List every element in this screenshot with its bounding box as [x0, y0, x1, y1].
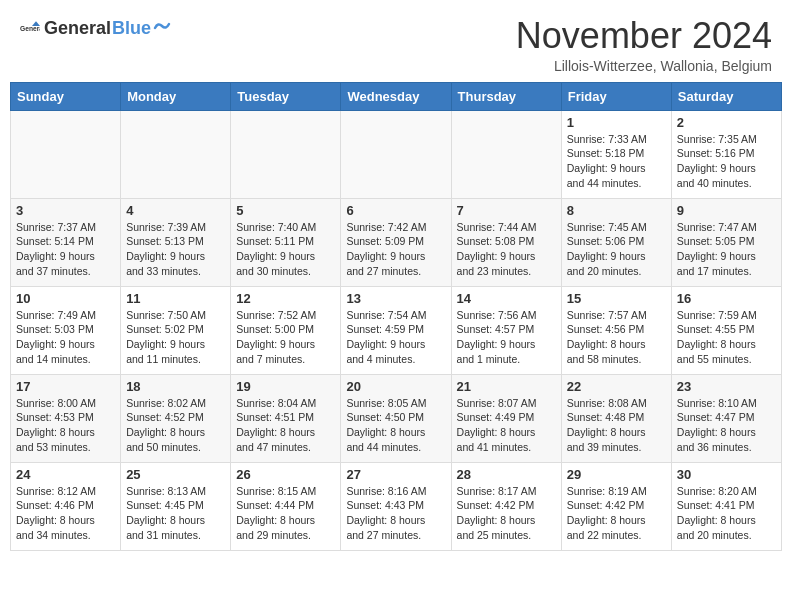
- calendar-cell: 22Sunrise: 8:08 AM Sunset: 4:48 PM Dayli…: [561, 374, 671, 462]
- day-number: 23: [677, 379, 776, 394]
- cell-info: Sunrise: 7:39 AM Sunset: 5:13 PM Dayligh…: [126, 220, 225, 279]
- cell-info: Sunrise: 7:57 AM Sunset: 4:56 PM Dayligh…: [567, 308, 666, 367]
- cell-info: Sunrise: 7:40 AM Sunset: 5:11 PM Dayligh…: [236, 220, 335, 279]
- month-title: November 2024: [516, 16, 772, 56]
- day-number: 18: [126, 379, 225, 394]
- calendar-table: SundayMondayTuesdayWednesdayThursdayFrid…: [10, 82, 782, 551]
- day-number: 20: [346, 379, 445, 394]
- day-number: 13: [346, 291, 445, 306]
- calendar-cell: 2Sunrise: 7:35 AM Sunset: 5:16 PM Daylig…: [671, 110, 781, 198]
- cell-info: Sunrise: 7:44 AM Sunset: 5:08 PM Dayligh…: [457, 220, 556, 279]
- calendar-cell: 29Sunrise: 8:19 AM Sunset: 4:42 PM Dayli…: [561, 462, 671, 550]
- calendar-cell: 27Sunrise: 8:16 AM Sunset: 4:43 PM Dayli…: [341, 462, 451, 550]
- page-header: General General Blue November 2024 Lillo…: [0, 0, 792, 82]
- day-number: 27: [346, 467, 445, 482]
- cell-info: Sunrise: 7:52 AM Sunset: 5:00 PM Dayligh…: [236, 308, 335, 367]
- day-number: 22: [567, 379, 666, 394]
- calendar-cell: 1Sunrise: 7:33 AM Sunset: 5:18 PM Daylig…: [561, 110, 671, 198]
- calendar-cell: 13Sunrise: 7:54 AM Sunset: 4:59 PM Dayli…: [341, 286, 451, 374]
- day-number: 3: [16, 203, 115, 218]
- svg-text:General: General: [20, 25, 40, 32]
- cell-info: Sunrise: 8:16 AM Sunset: 4:43 PM Dayligh…: [346, 484, 445, 543]
- day-number: 17: [16, 379, 115, 394]
- day-header-wednesday: Wednesday: [341, 82, 451, 110]
- cell-info: Sunrise: 7:56 AM Sunset: 4:57 PM Dayligh…: [457, 308, 556, 367]
- day-number: 6: [346, 203, 445, 218]
- cell-info: Sunrise: 7:59 AM Sunset: 4:55 PM Dayligh…: [677, 308, 776, 367]
- logo-text-general: General: [44, 18, 111, 39]
- calendar-header-row: SundayMondayTuesdayWednesdayThursdayFrid…: [11, 82, 782, 110]
- cell-info: Sunrise: 7:50 AM Sunset: 5:02 PM Dayligh…: [126, 308, 225, 367]
- calendar-week-row: 1Sunrise: 7:33 AM Sunset: 5:18 PM Daylig…: [11, 110, 782, 198]
- calendar-wrapper: SundayMondayTuesdayWednesdayThursdayFrid…: [0, 82, 792, 561]
- cell-info: Sunrise: 8:02 AM Sunset: 4:52 PM Dayligh…: [126, 396, 225, 455]
- cell-info: Sunrise: 8:13 AM Sunset: 4:45 PM Dayligh…: [126, 484, 225, 543]
- calendar-cell: 14Sunrise: 7:56 AM Sunset: 4:57 PM Dayli…: [451, 286, 561, 374]
- cell-info: Sunrise: 8:05 AM Sunset: 4:50 PM Dayligh…: [346, 396, 445, 455]
- cell-info: Sunrise: 8:19 AM Sunset: 4:42 PM Dayligh…: [567, 484, 666, 543]
- calendar-cell: 30Sunrise: 8:20 AM Sunset: 4:41 PM Dayli…: [671, 462, 781, 550]
- day-number: 29: [567, 467, 666, 482]
- day-number: 30: [677, 467, 776, 482]
- day-number: 19: [236, 379, 335, 394]
- cell-info: Sunrise: 7:45 AM Sunset: 5:06 PM Dayligh…: [567, 220, 666, 279]
- cell-info: Sunrise: 8:10 AM Sunset: 4:47 PM Dayligh…: [677, 396, 776, 455]
- location-subtitle: Lillois-Witterzee, Wallonia, Belgium: [516, 58, 772, 74]
- day-number: 10: [16, 291, 115, 306]
- calendar-cell: 17Sunrise: 8:00 AM Sunset: 4:53 PM Dayli…: [11, 374, 121, 462]
- calendar-week-row: 17Sunrise: 8:00 AM Sunset: 4:53 PM Dayli…: [11, 374, 782, 462]
- cell-info: Sunrise: 7:35 AM Sunset: 5:16 PM Dayligh…: [677, 132, 776, 191]
- day-number: 11: [126, 291, 225, 306]
- logo: General General Blue: [20, 16, 171, 39]
- calendar-cell: 19Sunrise: 8:04 AM Sunset: 4:51 PM Dayli…: [231, 374, 341, 462]
- logo-wave-icon: [153, 16, 171, 34]
- day-header-saturday: Saturday: [671, 82, 781, 110]
- cell-info: Sunrise: 8:12 AM Sunset: 4:46 PM Dayligh…: [16, 484, 115, 543]
- calendar-cell: [451, 110, 561, 198]
- day-number: 7: [457, 203, 556, 218]
- calendar-cell: 24Sunrise: 8:12 AM Sunset: 4:46 PM Dayli…: [11, 462, 121, 550]
- day-number: 26: [236, 467, 335, 482]
- calendar-cell: 23Sunrise: 8:10 AM Sunset: 4:47 PM Dayli…: [671, 374, 781, 462]
- calendar-cell: 6Sunrise: 7:42 AM Sunset: 5:09 PM Daylig…: [341, 198, 451, 286]
- cell-info: Sunrise: 7:49 AM Sunset: 5:03 PM Dayligh…: [16, 308, 115, 367]
- cell-info: Sunrise: 8:17 AM Sunset: 4:42 PM Dayligh…: [457, 484, 556, 543]
- calendar-cell: [231, 110, 341, 198]
- logo-text-blue: Blue: [112, 18, 151, 39]
- day-number: 28: [457, 467, 556, 482]
- calendar-cell: 28Sunrise: 8:17 AM Sunset: 4:42 PM Dayli…: [451, 462, 561, 550]
- day-number: 9: [677, 203, 776, 218]
- cell-info: Sunrise: 7:42 AM Sunset: 5:09 PM Dayligh…: [346, 220, 445, 279]
- calendar-cell: 15Sunrise: 7:57 AM Sunset: 4:56 PM Dayli…: [561, 286, 671, 374]
- calendar-cell: 16Sunrise: 7:59 AM Sunset: 4:55 PM Dayli…: [671, 286, 781, 374]
- cell-info: Sunrise: 8:15 AM Sunset: 4:44 PM Dayligh…: [236, 484, 335, 543]
- cell-info: Sunrise: 8:08 AM Sunset: 4:48 PM Dayligh…: [567, 396, 666, 455]
- day-header-sunday: Sunday: [11, 82, 121, 110]
- day-number: 5: [236, 203, 335, 218]
- day-number: 15: [567, 291, 666, 306]
- day-header-thursday: Thursday: [451, 82, 561, 110]
- calendar-cell: 8Sunrise: 7:45 AM Sunset: 5:06 PM Daylig…: [561, 198, 671, 286]
- day-number: 2: [677, 115, 776, 130]
- day-number: 25: [126, 467, 225, 482]
- calendar-cell: 18Sunrise: 8:02 AM Sunset: 4:52 PM Dayli…: [121, 374, 231, 462]
- day-header-tuesday: Tuesday: [231, 82, 341, 110]
- cell-info: Sunrise: 7:37 AM Sunset: 5:14 PM Dayligh…: [16, 220, 115, 279]
- day-number: 16: [677, 291, 776, 306]
- calendar-week-row: 3Sunrise: 7:37 AM Sunset: 5:14 PM Daylig…: [11, 198, 782, 286]
- day-header-monday: Monday: [121, 82, 231, 110]
- cell-info: Sunrise: 7:54 AM Sunset: 4:59 PM Dayligh…: [346, 308, 445, 367]
- calendar-cell: 21Sunrise: 8:07 AM Sunset: 4:49 PM Dayli…: [451, 374, 561, 462]
- cell-info: Sunrise: 8:07 AM Sunset: 4:49 PM Dayligh…: [457, 396, 556, 455]
- day-number: 14: [457, 291, 556, 306]
- cell-info: Sunrise: 8:20 AM Sunset: 4:41 PM Dayligh…: [677, 484, 776, 543]
- calendar-cell: [121, 110, 231, 198]
- cell-info: Sunrise: 7:33 AM Sunset: 5:18 PM Dayligh…: [567, 132, 666, 191]
- day-number: 24: [16, 467, 115, 482]
- title-area: November 2024 Lillois-Witterzee, Walloni…: [516, 16, 772, 74]
- logo-icon: General: [20, 18, 40, 38]
- day-number: 8: [567, 203, 666, 218]
- day-number: 21: [457, 379, 556, 394]
- calendar-cell: 5Sunrise: 7:40 AM Sunset: 5:11 PM Daylig…: [231, 198, 341, 286]
- calendar-cell: [11, 110, 121, 198]
